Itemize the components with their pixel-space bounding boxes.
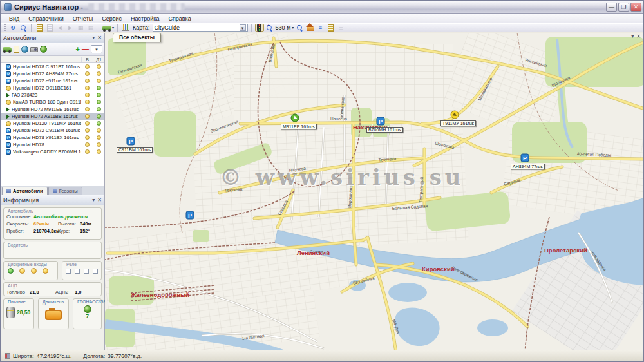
redo-button[interactable]: ► (66, 24, 75, 32)
vehicle-row[interactable]: PHyundai HD78 (1, 141, 104, 148)
vehicle-row[interactable]: Hyundai HD72 М911ЕЕ 161rus (1, 106, 104, 113)
legend-button[interactable]: ≡ (316, 24, 325, 32)
map-scale-combo[interactable]: 530 м ▾ (276, 24, 294, 32)
remove-vehicle-button[interactable]: — (82, 46, 89, 53)
menu-settings[interactable]: Настройка (126, 15, 164, 22)
close-button[interactable]: ✕ (630, 3, 641, 12)
marker-plate-label[interactable]: М911ЕЕ 161rus (281, 124, 317, 129)
marker-plate-label[interactable]: С911ВМ 161rus (117, 147, 153, 153)
refresh-button[interactable]: ↻ (8, 24, 17, 32)
menu-help[interactable]: Справка (164, 15, 195, 22)
add-vehicle-button[interactable]: + (76, 46, 80, 53)
menu-directories[interactable]: Справочники (24, 15, 68, 22)
info-panel-header: Информация ▾ ✕ (1, 195, 104, 205)
toolbar-grip[interactable] (4, 24, 6, 31)
chart-button[interactable] (121, 24, 130, 32)
edit-list-icon[interactable] (14, 46, 19, 53)
zoom-out-button[interactable]: − (295, 24, 304, 32)
vehicle-label: Hyundai HD72 М911ЕЕ 161rus (12, 106, 81, 112)
vehicle-marker-moving[interactable] (291, 114, 299, 122)
status-d1-dot (97, 64, 101, 69)
undo-button[interactable]: ◄ (55, 24, 64, 32)
map-select-combo[interactable]: CityGuide ▾ (153, 24, 248, 32)
parking-vehicle-icon: P (6, 128, 11, 133)
extra-button[interactable]: ▭ (336, 24, 345, 32)
vehicle-marker-parking[interactable]: P (377, 117, 384, 125)
vehicle-label: Hyundai HD72 С911ВМ 161rus (13, 128, 81, 133)
relay-checkbox[interactable] (66, 269, 71, 274)
svg-text:P: P (188, 213, 192, 219)
vehicle-menu-button[interactable]: ▾ (102, 24, 114, 32)
marker-plate-label[interactable]: Т911МУ 161rus (440, 120, 476, 126)
info-pin-icon[interactable]: ▾ (92, 197, 95, 203)
arrow-vehicle-icon (6, 93, 10, 98)
vehicle-row[interactable]: Hyundai HD120 Т911МУ 161rus (1, 120, 104, 127)
info-close-icon[interactable]: ✕ (97, 197, 102, 203)
adc-group: АЦП Топливо 21,0 АЦП2 1,0 (3, 282, 102, 296)
vehicle-state-group: Автомобиль Состояние: Автомобиль движетс… (3, 207, 102, 240)
map-canvas[interactable]: ТаганрогскаяТаганрогскаяТаганрогскаяВави… (105, 33, 643, 351)
map-close-icon[interactable]: ✕ (636, 33, 641, 39)
gps-status-icon (5, 353, 10, 359)
zoom-in-button[interactable]: + (265, 24, 274, 32)
close-panel-icon[interactable]: ✕ (97, 35, 102, 41)
vehicle-row[interactable]: PHyundai HD72 е911не 161rus (1, 77, 104, 84)
view-dropdown[interactable]: ▾ (91, 45, 102, 53)
tab-vehicles[interactable]: Автомобили (2, 187, 48, 195)
column-b[interactable]: В (81, 57, 93, 62)
discrete-input-led (43, 268, 48, 274)
grid-button[interactable]: ▦ (76, 24, 85, 32)
relay-checkbox[interactable] (93, 269, 98, 274)
vehicle-row[interactable]: Hyundai HD72 О911ВЕ161 (1, 84, 104, 91)
column-d1[interactable]: Д1 (93, 57, 104, 62)
vehicle-row[interactable]: PVolkswagen CADDY В706МН 161rus (1, 148, 104, 155)
search-button[interactable] (19, 24, 28, 32)
parking-vehicle-icon: P (6, 135, 11, 140)
camera-icon[interactable] (30, 47, 38, 52)
globe-green-icon[interactable] (40, 46, 47, 53)
home-button[interactable] (305, 24, 314, 32)
restore-button[interactable]: ❐ (618, 3, 629, 12)
car-filter-icon[interactable] (3, 47, 12, 52)
vehicle-row[interactable]: PHyundai HD72 С911ВМ 161rus (1, 127, 104, 134)
vehicle-marker-idle[interactable] (451, 111, 459, 119)
table-button[interactable] (45, 24, 54, 32)
vehicle-row[interactable]: PHyundai HD78 С 911ВТ 161rus (1, 63, 104, 70)
globe-icon[interactable] (21, 46, 28, 53)
relay-checkbox[interactable] (84, 269, 89, 274)
map-select-dropdown-icon[interactable]: ▾ (240, 24, 246, 31)
vehicle-row[interactable]: КамАЗ TURBO 180 Здин С911ЕС 61rus (1, 99, 104, 106)
title-bar[interactable]: Сириус Навигатор - — ❐ ✕ (1, 1, 643, 14)
relay-checkbox[interactable] (75, 269, 80, 274)
vehicle-marker-parking[interactable]: P (127, 137, 135, 145)
cells-button[interactable]: ▤ (86, 24, 95, 32)
marker-plate-label[interactable]: АН894М 77rus (511, 164, 545, 169)
pin-icon[interactable]: ▾ (92, 35, 95, 41)
edit-button[interactable] (326, 24, 335, 32)
map-tab-all-objects[interactable]: Все объекты (113, 33, 161, 42)
minimize-button[interactable]: — (606, 3, 617, 12)
discrete-input-led (19, 268, 25, 274)
vehicle-marker-parking[interactable]: P (521, 154, 529, 162)
report-button[interactable] (35, 24, 44, 32)
menu-reports[interactable]: Отчёты (68, 15, 97, 22)
vehicle-row[interactable]: Hyundai HD72 А911ВВ 161rus (1, 113, 104, 120)
parking-vehicle-icon: P (6, 79, 11, 84)
tab-geozones[interactable]: Геозоны (48, 187, 82, 195)
menu-service[interactable]: Сервис (97, 15, 126, 22)
search-icon (21, 25, 26, 31)
status-b-dot (85, 93, 90, 97)
district-label: Ленинский (297, 249, 330, 256)
map-pin-icon[interactable]: ▾ (631, 33, 634, 39)
menu-view[interactable]: Вид (5, 15, 24, 22)
marker-plate-label[interactable]: В706МН 161rus (366, 127, 403, 133)
traffic-toggle-button[interactable] (255, 24, 264, 32)
status-d1-dot (97, 128, 101, 133)
vehicle-row[interactable]: ГАЗ 278423 (1, 91, 104, 99)
vehicle-row[interactable]: PHyundai HD72 АН894М 77rus (1, 70, 104, 77)
zoom-out-icon: − (297, 25, 303, 31)
vehicle-row[interactable]: PHyundai HD78 У911ВХ 161rus (1, 134, 104, 141)
vehicle-marker-parking[interactable]: P (186, 211, 194, 219)
geozone-icon (53, 189, 57, 193)
status-b-dot (85, 107, 90, 111)
